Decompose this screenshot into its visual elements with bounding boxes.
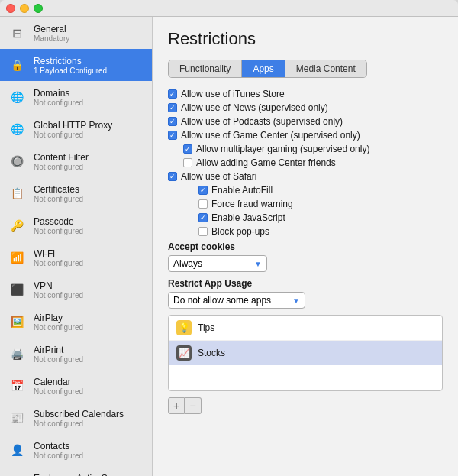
- close-button[interactable]: [6, 4, 15, 13]
- sidebar-item-sub: Mandatory: [34, 34, 69, 43]
- accept-cookies-dropdown[interactable]: Always ▼: [168, 255, 267, 272]
- general-icon: [6, 22, 27, 44]
- sidebar-item-contacts[interactable]: Contacts Not configured: [0, 434, 152, 466]
- main-content: Restrictions FunctionalityAppsMedia Cont…: [153, 17, 458, 476]
- tabs-bar: FunctionalityAppsMedia Content: [168, 60, 367, 78]
- checkbox-addfriends[interactable]: [183, 158, 192, 167]
- sidebar-item-title: Restrictions: [34, 56, 107, 66]
- restrict-app-dropdown[interactable]: Do not allow some apps ▼: [168, 292, 305, 309]
- sidebar-item-title: Certificates: [34, 184, 83, 195]
- sidebar-item-sub: Not configured: [34, 195, 83, 203]
- checkbox-fraud[interactable]: [198, 199, 208, 209]
- checkbox-row-multiplayer: ✓ Allow multiplayer gaming (supervised o…: [168, 144, 443, 154]
- sidebar-item-sub: Not configured: [34, 452, 83, 460]
- sidebar-item-general[interactable]: General Mandatory: [0, 17, 152, 49]
- checkbox-label-fraud: Force fraud warning: [211, 199, 293, 209]
- accept-cookies-value: Always: [173, 258, 202, 269]
- airprint-icon: [6, 343, 27, 364]
- app-list-item-tips[interactable]: 💡 Tips: [169, 316, 442, 341]
- tab-media[interactable]: Media Content: [285, 60, 366, 77]
- checkbox-label-addfriends: Allow adding Game Center friends: [196, 157, 336, 168]
- sidebar-item-http-proxy[interactable]: Global HTTP Proxy Not configured: [0, 113, 152, 145]
- sidebar-item-passcode[interactable]: Passcode Not configured: [0, 209, 152, 241]
- window: General Mandatory Restrictions 1 Payload…: [0, 0, 458, 476]
- sidebar-item-sub: Not configured: [34, 387, 83, 396]
- sidebar-item-airplay[interactable]: AirPlay Not configured: [0, 306, 152, 338]
- minimize-button[interactable]: [20, 4, 29, 13]
- checkbox-row-gamecenter: ✓ Allow use of Game Center (supervised o…: [168, 130, 443, 141]
- sidebar-item-sub: Not configured: [34, 323, 83, 332]
- sidebar-item-text: Calendar Not configured: [34, 377, 83, 396]
- tab-apps[interactable]: Apps: [242, 60, 285, 77]
- app-list-toolbar: + −: [168, 397, 443, 414]
- remove-app-button[interactable]: −: [185, 397, 202, 414]
- checkbox-gamecenter[interactable]: ✓: [168, 131, 177, 140]
- add-app-button[interactable]: +: [168, 397, 185, 414]
- sidebar-item-title: Exchange ActiveSync: [34, 473, 121, 477]
- checkbox-javascript[interactable]: ✓: [198, 213, 208, 222]
- sidebar-item-content[interactable]: Content Filter Not configured: [0, 145, 152, 177]
- sidebar-item-text: Domains Not configured: [34, 88, 83, 107]
- checkbox-row-javascript: ✓ Enable JavaScript: [168, 212, 443, 223]
- sidebar-item-text: Global HTTP Proxy Not configured: [34, 120, 112, 139]
- checkbox-row-popups: Block pop-ups: [168, 226, 443, 237]
- exchange-icon: [6, 471, 27, 476]
- maximize-button[interactable]: [34, 4, 43, 13]
- sidebar-item-vpn[interactable]: VPN Not configured: [0, 274, 152, 306]
- checkbox-news[interactable]: ✓: [168, 103, 177, 112]
- sidebar-item-text: Subscribed Calendars Not configured: [34, 409, 124, 428]
- filter-icon: [6, 151, 27, 172]
- sidebar-item-sub: Not configured: [34, 419, 124, 428]
- sidebar-item-wifi[interactable]: Wi-Fi Not configured: [0, 241, 152, 274]
- checkbox-label-safari: Allow use of Safari: [181, 171, 256, 182]
- checkbox-multiplayer[interactable]: ✓: [183, 144, 192, 154]
- tips-app-icon: 💡: [176, 320, 192, 335]
- sidebar-item-text: Wi-Fi Not configured: [34, 248, 83, 267]
- sidebar-item-title: AirPlay: [34, 312, 83, 323]
- sidebar-item-sub: Not configured: [34, 259, 83, 267]
- sidebar-item-restrictions[interactable]: Restrictions 1 Payload Configured: [0, 49, 152, 81]
- checkbox-itunes[interactable]: ✓: [168, 89, 177, 99]
- passcode-icon: [6, 215, 27, 236]
- sidebar-item-airprint[interactable]: AirPrint Not configured: [0, 338, 152, 370]
- checkbox-popups[interactable]: [198, 227, 208, 236]
- lock-icon: [6, 54, 27, 76]
- checkbox-row-news: ✓ Allow use of News (supervised only): [168, 102, 443, 113]
- checkbox-label-autofill: Enable AutoFill: [211, 185, 273, 196]
- proxy-icon: [6, 118, 27, 140]
- sidebar-item-text: Content Filter Not configured: [34, 152, 89, 171]
- checkbox-row-fraud: Force fraud warning: [168, 199, 443, 209]
- sidebar-item-sub: Not configured: [34, 355, 83, 364]
- accept-cookies-row: Always ▼: [168, 255, 443, 272]
- airplay-icon: [6, 311, 27, 332]
- checkbox-podcasts[interactable]: ✓: [168, 117, 177, 126]
- sidebar-item-sub: 1 Payload Configured: [34, 66, 107, 75]
- sidebar-item-title: Subscribed Calendars: [34, 409, 124, 419]
- sidebar-item-calendar[interactable]: Calendar Not configured: [0, 370, 152, 402]
- checkbox-label-itunes: Allow use of iTunes Store: [181, 89, 285, 99]
- tips-app-name: Tips: [198, 322, 214, 333]
- sidebar-item-title: Calendar: [34, 377, 83, 387]
- sidebar-item-title: Domains: [34, 88, 83, 99]
- sidebar-item-text: AirPlay Not configured: [34, 312, 83, 332]
- sidebar: General Mandatory Restrictions 1 Payload…: [0, 17, 153, 476]
- domains-icon: [6, 86, 27, 108]
- checkbox-autofill[interactable]: ✓: [198, 186, 208, 195]
- sidebar-item-sub: Not configured: [34, 99, 83, 107]
- sidebar-item-domains[interactable]: Domains Not configured: [0, 81, 152, 113]
- sidebar-item-title: VPN: [34, 280, 83, 291]
- checkbox-safari[interactable]: ✓: [168, 172, 177, 181]
- sidebar-item-sub: Not configured: [34, 227, 83, 235]
- checkboxes-section: ✓ Allow use of iTunes Store ✓ Allow use …: [168, 89, 443, 237]
- sidebar-item-subscribed[interactable]: Subscribed Calendars Not configured: [0, 402, 152, 434]
- tab-functionality[interactable]: Functionality: [169, 60, 242, 77]
- calendar-icon: [6, 375, 27, 397]
- sidebar-item-sub: Not configured: [34, 163, 89, 171]
- stocks-app-icon: 📈: [176, 345, 192, 361]
- sidebar-item-text: Exchange ActiveSync Not configured: [34, 473, 121, 477]
- app-list-item-stocks[interactable]: 📈 Stocks: [169, 341, 442, 365]
- sidebar-item-exchange[interactable]: Exchange ActiveSync Not configured: [0, 466, 152, 476]
- accept-cookies-label: Accept cookies: [168, 241, 443, 252]
- sidebar-item-certs[interactable]: Certificates Not configured: [0, 177, 152, 209]
- restrict-app-value: Do not allow some apps: [173, 295, 271, 306]
